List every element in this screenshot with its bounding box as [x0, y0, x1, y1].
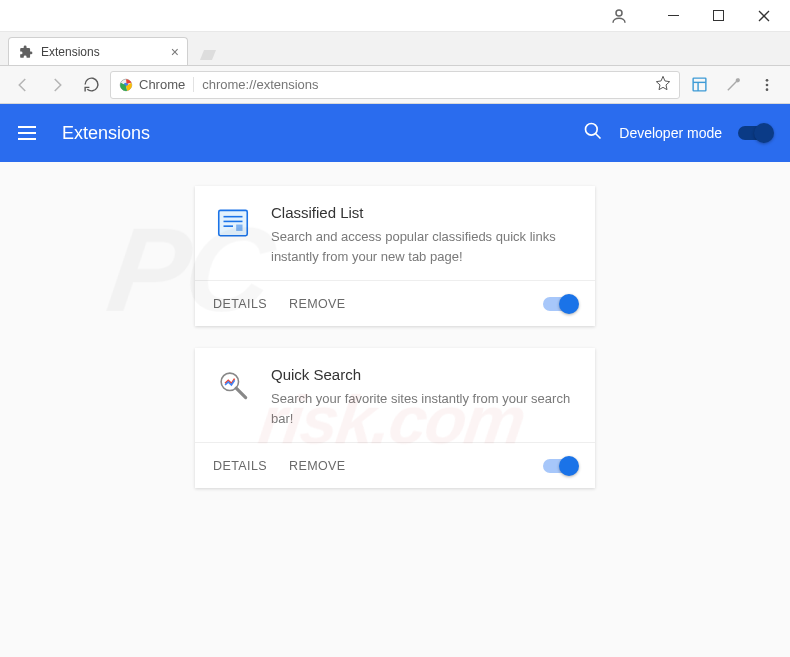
new-tab-button[interactable]	[194, 45, 222, 65]
svg-point-10	[736, 79, 739, 82]
page-title: Extensions	[62, 123, 583, 144]
tab-close-icon[interactable]: ×	[171, 44, 179, 60]
menu-button[interactable]	[752, 70, 782, 100]
extension-card: Quick Search Search your favorite sites …	[195, 348, 595, 488]
search-icon[interactable]	[583, 121, 603, 145]
panel-icon[interactable]	[684, 70, 714, 100]
details-button[interactable]: DETAILS	[213, 297, 267, 311]
tab-strip: Extensions ×	[0, 32, 790, 66]
minimize-button[interactable]	[651, 1, 696, 31]
svg-rect-20	[236, 225, 242, 231]
site-identity[interactable]: Chrome	[119, 77, 194, 92]
window-titlebar	[0, 0, 790, 32]
developer-mode-toggle[interactable]	[738, 126, 772, 140]
newspaper-icon	[213, 204, 253, 244]
details-button[interactable]: DETAILS	[213, 459, 267, 473]
url-text: chrome://extensions	[202, 77, 647, 92]
close-window-button[interactable]	[741, 1, 786, 31]
address-bar[interactable]: Chrome chrome://extensions	[110, 71, 680, 99]
svg-point-14	[586, 124, 598, 136]
chrome-icon	[119, 78, 133, 92]
svg-rect-7	[693, 78, 706, 91]
svg-point-0	[616, 10, 622, 16]
page-content: Extensions Developer mode Classified Lis…	[0, 104, 790, 657]
svg-point-13	[766, 88, 769, 91]
extensions-list: Classified List Search and access popula…	[0, 162, 790, 657]
svg-rect-16	[219, 210, 248, 235]
remove-button[interactable]: REMOVE	[289, 459, 346, 473]
browser-tab[interactable]: Extensions ×	[8, 37, 188, 65]
extension-name: Classified List	[271, 204, 577, 221]
extension-name: Quick Search	[271, 366, 577, 383]
extensions-header: Extensions Developer mode	[0, 104, 790, 162]
magnifier-icon	[213, 366, 253, 406]
svg-line-15	[596, 134, 601, 139]
enable-toggle[interactable]	[543, 459, 577, 473]
svg-rect-2	[714, 11, 724, 21]
enable-toggle[interactable]	[543, 297, 577, 311]
svg-point-11	[766, 79, 769, 82]
developer-mode-label: Developer mode	[619, 125, 722, 141]
svg-line-22	[236, 388, 246, 398]
back-button[interactable]	[8, 70, 38, 100]
extension-card: Classified List Search and access popula…	[195, 186, 595, 326]
reload-button[interactable]	[76, 70, 106, 100]
bookmark-star-icon[interactable]	[655, 75, 671, 95]
menu-icon[interactable]	[18, 121, 42, 145]
svg-point-12	[766, 83, 769, 86]
site-label: Chrome	[139, 77, 185, 92]
user-account-icon[interactable]	[596, 1, 641, 31]
browser-toolbar: Chrome chrome://extensions	[0, 66, 790, 104]
extension-description: Search and access popular classifieds qu…	[271, 227, 577, 266]
extension-description: Search your favorite sites instantly fro…	[271, 389, 577, 428]
tab-title: Extensions	[41, 45, 100, 59]
puzzle-icon	[19, 45, 33, 59]
forward-button[interactable]	[42, 70, 72, 100]
remove-button[interactable]: REMOVE	[289, 297, 346, 311]
extension-toolbar-icon[interactable]	[718, 70, 748, 100]
maximize-button[interactable]	[696, 1, 741, 31]
